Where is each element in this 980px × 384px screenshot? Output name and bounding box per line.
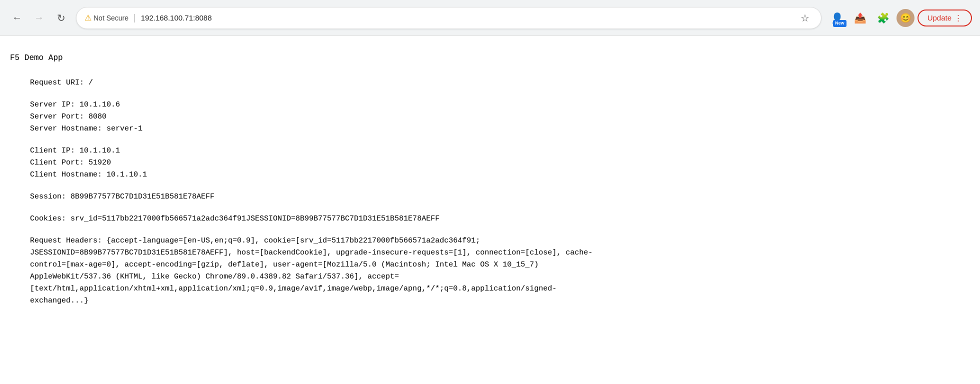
- menu-dots: ⋮: [954, 14, 962, 22]
- address-text: 192.168.100.71:8088: [141, 14, 793, 22]
- session-id: Session: 8B99B77577BC7D1D31E51B581E78AEF…: [30, 191, 970, 203]
- send-tab-button[interactable]: 📤: [850, 8, 870, 28]
- client-port: Client Port: 51920: [30, 157, 970, 169]
- headers-line1: Request Headers: {accept-language=[en-US…: [30, 235, 970, 247]
- profile-icon-btn[interactable]: 👤 New: [828, 8, 848, 28]
- bookmark-button[interactable]: ☆: [797, 10, 813, 26]
- reload-button[interactable]: ↻: [52, 9, 70, 27]
- headers-line5: [text/html,application/xhtml+xml,applica…: [30, 283, 970, 295]
- request-uri-section: Request URI: /: [30, 77, 970, 89]
- app-title: F5 Demo App: [10, 52, 970, 65]
- client-info-section: Client IP: 10.1.10.1 Client Port: 51920 …: [30, 145, 970, 181]
- back-button[interactable]: ←: [8, 9, 26, 27]
- client-ip: Client IP: 10.1.10.1: [30, 145, 970, 157]
- warning-icon: ⚠: [84, 13, 92, 22]
- server-port: Server Port: 8080: [30, 111, 970, 123]
- page-content: F5 Demo App Request URI: / Server IP: 10…: [0, 36, 980, 333]
- forward-button[interactable]: →: [30, 9, 48, 27]
- send-tab-icon: 📤: [854, 12, 866, 24]
- update-label: Update: [928, 14, 952, 22]
- separator: |: [134, 12, 136, 23]
- cookies: Cookies: srv_id=5117bb2217000fb566571a2a…: [30, 213, 970, 225]
- headers-line2: JSESSIONID=8B99B77577BC7D1D31E51B581E78A…: [30, 247, 970, 259]
- toolbar-right: 👤 New 📤 🧩 😊 Update ⋮: [828, 8, 972, 28]
- request-uri: Request URI: /: [30, 77, 970, 89]
- puzzle-icon: 🧩: [877, 12, 890, 24]
- security-warning: ⚠ Not Secure: [84, 13, 128, 22]
- address-bar[interactable]: ⚠ Not Secure | 192.168.100.71:8088 ☆: [76, 7, 822, 29]
- update-button[interactable]: Update ⋮: [918, 10, 972, 26]
- nav-buttons: ← → ↻: [8, 9, 70, 27]
- headers-line3: control=[max-age=0], accept-encoding=[gz…: [30, 259, 970, 271]
- server-info-section: Server IP: 10.1.10.6 Server Port: 8080 S…: [30, 99, 970, 135]
- new-badge: New: [833, 20, 846, 27]
- avatar[interactable]: 😊: [896, 9, 914, 27]
- headers-line6: exchanged...}: [30, 295, 970, 307]
- session-section: Session: 8B99B77577BC7D1D31E51B581E78AEF…: [30, 191, 970, 203]
- server-ip: Server IP: 10.1.10.6: [30, 99, 970, 111]
- extensions-button[interactable]: 🧩: [874, 8, 894, 28]
- cookies-section: Cookies: srv_id=5117bb2217000fb566571a2a…: [30, 213, 970, 225]
- client-hostname: Client Hostname: 10.1.10.1: [30, 169, 970, 181]
- avatar-image: 😊: [900, 12, 911, 24]
- headers-section: Request Headers: {accept-language=[en-US…: [30, 235, 970, 307]
- security-warning-text: Not Secure: [94, 14, 128, 22]
- browser-chrome: ← → ↻ ⚠ Not Secure | 192.168.100.71:8088…: [0, 0, 980, 36]
- headers-line4: AppleWebKit/537.36 (KHTML, like Gecko) C…: [30, 271, 970, 283]
- server-hostname: Server Hostname: server-1: [30, 123, 970, 135]
